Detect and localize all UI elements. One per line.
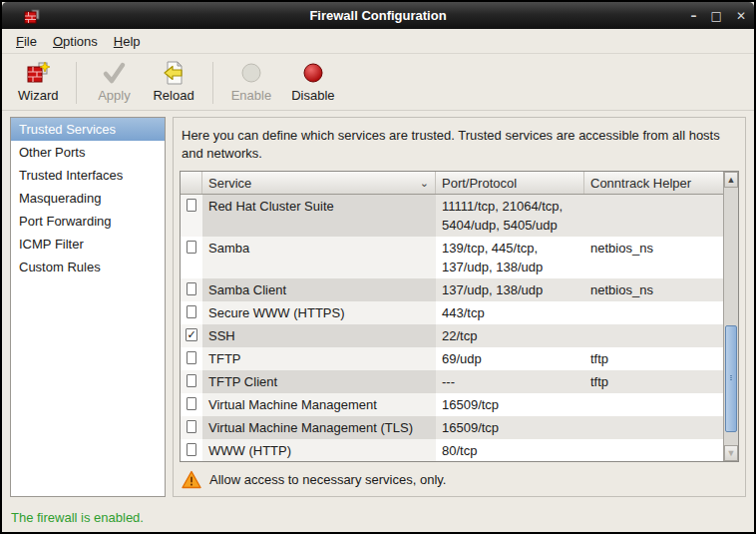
firewall-configuration-window: Firewall Configuration – □ ✕ File Option… [0,0,756,534]
sidebar-nav: Trusted ServicesOther PortsTrusted Inter… [10,117,166,497]
sidebar-item-masquerading[interactable]: Masquerading [11,187,165,210]
minimize-button[interactable]: – [691,8,697,24]
sidebar-item-trusted-services[interactable]: Trusted Services [11,118,165,141]
service-table-body: Red Hat Cluster Suite 11111/tcp, 21064/t… [181,195,723,461]
header-checkbox-column[interactable] [181,172,202,194]
conntrack-helper-cell [584,393,723,416]
service-checkbox[interactable] [187,305,196,318]
reload-button[interactable]: Reload [143,58,203,108]
warning-text: Allow access to necessary services, only… [209,472,446,487]
close-button[interactable]: ✕ [736,8,746,24]
services-table: Service ⌄ Port/Protocol Conntrack Helper… [180,171,739,462]
service-name-cell: Samba [202,237,436,278]
service-checkbox[interactable] [187,241,196,254]
apply-check-icon [101,60,127,86]
table-row[interactable]: WWW (HTTP) 80/tcp [181,439,723,461]
table-row[interactable]: TFTP Client --- tftp [181,370,723,393]
window-title: Firewall Configuration [2,8,754,23]
panel-description: Here you can define which services are t… [180,123,739,171]
vertical-scrollbar[interactable]: ▲ ▼ [723,172,738,461]
service-name-cell: Red Hat Cluster Suite [202,195,436,237]
disable-label: Disable [291,88,334,103]
apply-label: Apply [98,88,131,103]
service-checkbox[interactable] [187,351,196,364]
conntrack-helper-cell [584,195,723,237]
sidebar-item-port-forwarding[interactable]: Port Forwarding [11,210,165,233]
service-checkbox[interactable]: ✓ [186,328,196,341]
service-checkbox[interactable] [187,282,196,295]
scroll-down-button[interactable]: ▼ [724,445,738,461]
firewall-icon [24,8,41,24]
scrollbar-thumb[interactable] [725,325,737,432]
reload-icon [161,60,187,86]
service-name-cell: TFTP [202,347,436,370]
header-service[interactable]: Service ⌄ [202,172,436,194]
service-checkbox[interactable] [187,420,196,433]
port-protocol-cell: 22/tcp [436,324,584,347]
statusbar: The firewall is enabled. [2,503,754,532]
service-name-cell: Virtual Machine Management [202,393,436,416]
apply-button: Apply [85,58,143,108]
table-row[interactable]: Samba Client 137/udp, 138/udp netbios_ns [181,278,723,301]
menu-file[interactable]: File [8,31,45,52]
conntrack-helper-cell: tftp [584,347,723,370]
wizard-button[interactable]: Wizard [8,58,68,108]
conntrack-helper-cell: netbios_ns [584,278,723,301]
menu-options[interactable]: Options [45,31,106,52]
service-checkbox[interactable] [187,199,196,212]
port-protocol-cell: 443/tcp [436,301,584,324]
service-name-cell: Secure WWW (HTTPS) [202,301,436,324]
table-row[interactable]: Samba 139/tcp, 445/tcp, 137/udp, 138/udp… [181,237,723,278]
sidebar-item-icmp-filter[interactable]: ICMP Filter [11,233,165,256]
table-row[interactable]: Secure WWW (HTTPS) 443/tcp [181,301,723,324]
titlebar: Firewall Configuration – □ ✕ [2,2,754,29]
wizard-label: Wizard [18,88,58,103]
table-row[interactable]: Virtual Machine Management 16509/tcp [181,393,723,416]
service-checkbox[interactable] [187,397,196,410]
service-name-cell: SSH [202,324,436,347]
thumb-grip [729,374,733,381]
sidebar-item-trusted-interfaces[interactable]: Trusted Interfaces [11,164,165,187]
toolbar: Wizard Apply Reload [2,54,754,111]
service-name-cell: WWW (HTTP) [202,439,436,461]
sidebar-item-other-ports[interactable]: Other Ports [11,141,165,164]
service-name-cell: Virtual Machine Management (TLS) [202,416,436,439]
conntrack-helper-cell: netbios_ns [584,237,723,278]
table-row[interactable]: TFTP 69/udp tftp [181,347,723,370]
content-area: Trusted ServicesOther PortsTrusted Inter… [2,111,754,503]
header-port-protocol[interactable]: Port/Protocol [436,172,584,194]
toolbar-separator [76,62,77,104]
wizard-icon [25,60,51,86]
conntrack-helper-cell [584,416,723,439]
service-name-cell: Samba Client [202,278,436,301]
menu-help[interactable]: Help [106,31,149,52]
warning-row: Allow access to necessary services, only… [180,462,739,492]
firewall-status-text: The firewall is enabled. [11,510,144,525]
sidebar-item-custom-rules[interactable]: Custom Rules [11,256,165,278]
conntrack-helper-cell [584,439,723,461]
warning-icon [182,470,201,489]
port-protocol-cell: 69/udp [436,347,584,370]
enable-label: Enable [231,88,271,103]
port-protocol-cell: 16509/tcp [436,393,584,416]
service-checkbox[interactable] [187,443,196,456]
table-row[interactable]: ✓ SSH 22/tcp [181,324,723,347]
conntrack-helper-cell [584,324,723,347]
conntrack-helper-cell [584,301,723,324]
disable-button[interactable]: Disable [281,58,344,108]
toolbar-separator [212,62,213,104]
maximize-button[interactable]: □ [711,8,722,24]
table-header: Service ⌄ Port/Protocol Conntrack Helper [181,172,723,195]
header-conntrack-helper[interactable]: Conntrack Helper [584,172,723,194]
sort-chevron-icon: ⌄ [414,177,429,190]
port-protocol-cell: 139/tcp, 445/tcp, 137/udp, 138/udp [436,237,584,278]
enable-button: Enable [221,58,281,108]
scroll-up-button[interactable]: ▲ [724,172,738,188]
reload-label: Reload [153,88,193,103]
port-protocol-cell: 11111/tcp, 21064/tcp, 5404/udp, 5405/udp [436,195,584,237]
table-row[interactable]: Red Hat Cluster Suite 11111/tcp, 21064/t… [181,195,723,237]
service-checkbox[interactable] [187,374,196,387]
port-protocol-cell: --- [436,370,584,393]
port-protocol-cell: 80/tcp [436,439,584,461]
table-row[interactable]: Virtual Machine Management (TLS) 16509/t… [181,416,723,439]
